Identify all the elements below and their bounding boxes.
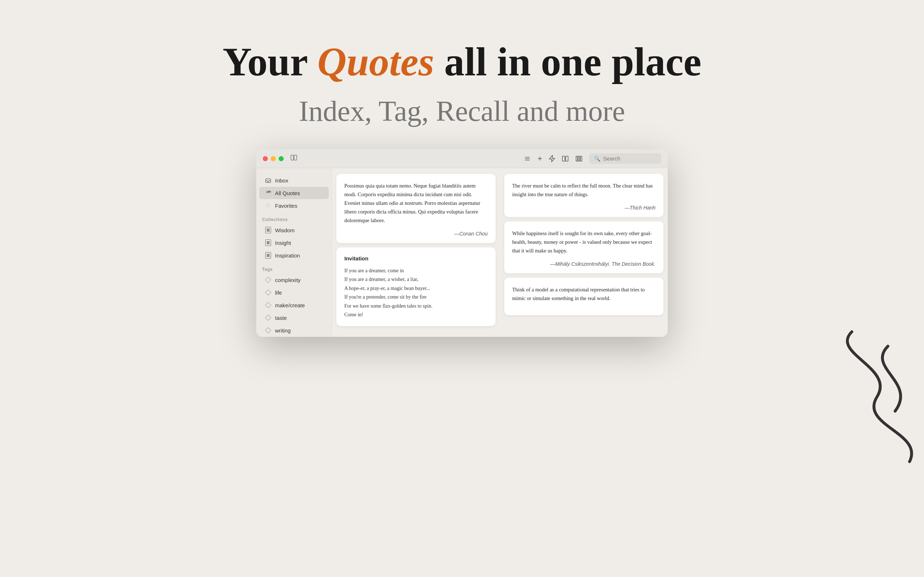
heart-icon: ♡ bbox=[265, 202, 271, 209]
title-bar: + 🔍 bbox=[256, 149, 668, 168]
quote-author-0: —Conan Chou bbox=[344, 231, 488, 237]
quote-text-r2: Think of a model as a computational repr… bbox=[512, 285, 656, 303]
tag-complexity-label: complexity bbox=[275, 277, 300, 283]
sidebar: Inbox ❝❞ All Quotes ♡ Favorites Collecti… bbox=[256, 168, 332, 337]
sidebar-item-tag-complexity[interactable]: complexity bbox=[259, 274, 329, 286]
hero-subtitle: Index, Tag, Recall and more bbox=[0, 95, 924, 128]
sidebar-item-inbox[interactable]: Inbox bbox=[259, 174, 329, 187]
app-window: + 🔍 bbox=[256, 149, 668, 337]
quote-card-r0: The river must be calm to reflect the fu… bbox=[504, 174, 663, 217]
heart-icon-r0[interactable]: ♡ bbox=[652, 205, 657, 211]
quote-text-0: Possimus quia quia totam nemo. Neque fug… bbox=[344, 182, 488, 225]
quote-card-0: Possimus quia quia totam nemo. Neque fug… bbox=[336, 174, 496, 243]
close-button[interactable] bbox=[263, 156, 268, 161]
quote-text-r0: The river must be calm to reflect the fu… bbox=[512, 182, 656, 199]
search-icon: 🔍 bbox=[594, 156, 600, 161]
tag-makecreate-icon bbox=[265, 302, 271, 308]
hero-title: Your Quotes all in one place bbox=[0, 40, 924, 84]
poem-lines: If you are a dreamer, come in If you are… bbox=[344, 266, 488, 319]
quotes-column-right: The river must be calm to reflect the fu… bbox=[500, 168, 668, 337]
sidebar-item-insight[interactable]: Insight bbox=[259, 237, 329, 249]
hero-section: Your Quotes all in one place Index, Tag,… bbox=[0, 0, 924, 128]
collection-insight-icon bbox=[265, 239, 271, 246]
collection-inspiration-icon bbox=[265, 252, 271, 259]
poem-title: Invitation bbox=[344, 255, 488, 261]
inbox-label: Inbox bbox=[275, 177, 288, 184]
svg-rect-0 bbox=[291, 155, 294, 160]
heart-icon-r1[interactable]: ♡ bbox=[652, 261, 657, 268]
decorative-curves bbox=[823, 324, 924, 469]
content-area: Possimus quia quia totam nemo. Neque fug… bbox=[332, 168, 668, 337]
search-bar[interactable]: 🔍 bbox=[589, 153, 661, 164]
tag-taste-icon bbox=[265, 314, 271, 321]
inbox-icon bbox=[265, 177, 271, 184]
columns-view-button[interactable] bbox=[575, 155, 583, 162]
tag-complexity-icon bbox=[265, 277, 271, 283]
tag-writing-label: writing bbox=[275, 327, 291, 334]
svg-rect-8 bbox=[578, 156, 580, 161]
collections-section-label: Collections bbox=[256, 212, 332, 224]
sidebar-item-tag-life[interactable]: life bbox=[259, 286, 329, 298]
favorites-label: Favorites bbox=[275, 203, 297, 209]
sidebar-toggle-button[interactable] bbox=[290, 154, 297, 163]
svg-rect-1 bbox=[294, 155, 297, 160]
sidebar-item-favorites[interactable]: ♡ Favorites bbox=[259, 200, 329, 212]
title-bar-actions: + 🔍 bbox=[524, 153, 661, 164]
collection-wisdom-label: Wisdom bbox=[275, 227, 294, 233]
card-view-button[interactable] bbox=[562, 155, 569, 162]
tag-life-label: life bbox=[275, 290, 282, 296]
collection-inspiration-label: Inspiration bbox=[275, 253, 300, 259]
sidebar-item-all-quotes[interactable]: ❝❞ All Quotes bbox=[259, 187, 329, 199]
heart-icon-0[interactable]: ♡ bbox=[484, 230, 489, 237]
tag-life-icon bbox=[265, 289, 271, 296]
tags-section-label: Tags bbox=[256, 262, 332, 273]
quote-text-r1: While happiness itself is sought for its… bbox=[512, 229, 656, 255]
collection-insight-label: Insight bbox=[275, 240, 291, 246]
traffic-lights bbox=[263, 156, 284, 161]
svg-rect-9 bbox=[580, 156, 582, 161]
quote-card-r1: While happiness itself is sought for its… bbox=[504, 221, 663, 273]
sidebar-item-inspiration[interactable]: Inspiration bbox=[259, 249, 329, 261]
sidebar-item-tag-writing[interactable]: writing bbox=[259, 324, 329, 337]
quote-card-poem: Invitation If you are a dreamer, come in… bbox=[336, 247, 496, 326]
app-body: Inbox ❝❞ All Quotes ♡ Favorites Collecti… bbox=[256, 168, 668, 337]
quote-author-r0: —Thich Hanh bbox=[512, 205, 656, 211]
tag-makecreate-label: make/create bbox=[275, 302, 305, 308]
svg-rect-6 bbox=[565, 156, 568, 161]
tag-writing-icon bbox=[265, 327, 271, 334]
sidebar-item-tag-makecreate[interactable]: make/create bbox=[259, 299, 329, 311]
all-quotes-icon: ❝❞ bbox=[265, 190, 271, 196]
svg-rect-7 bbox=[576, 156, 577, 161]
collection-wisdom-icon bbox=[265, 227, 271, 233]
plus-button[interactable]: + bbox=[538, 154, 542, 163]
lightning-button[interactable] bbox=[549, 155, 555, 162]
quotes-column-left: Possimus quia quia totam nemo. Neque fug… bbox=[332, 168, 500, 337]
all-quotes-label: All Quotes bbox=[275, 190, 300, 196]
sidebar-item-wisdom[interactable]: Wisdom bbox=[259, 224, 329, 236]
list-view-button[interactable] bbox=[524, 155, 531, 162]
maximize-button[interactable] bbox=[279, 156, 284, 161]
svg-rect-5 bbox=[562, 156, 565, 161]
quote-card-r2: Think of a model as a computational repr… bbox=[504, 278, 663, 315]
minimize-button[interactable] bbox=[271, 156, 276, 161]
search-input[interactable] bbox=[603, 155, 656, 161]
quote-author-r1: —Mihály Csikszentmihályi. The Decision B… bbox=[512, 261, 656, 267]
tag-taste-label: taste bbox=[275, 315, 287, 321]
sidebar-item-tag-taste[interactable]: taste bbox=[259, 311, 329, 324]
